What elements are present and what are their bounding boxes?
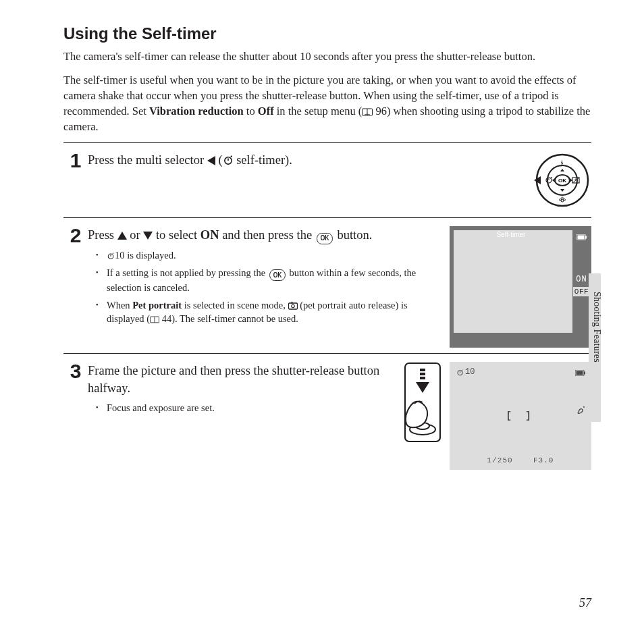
- ok-button-icon: OK: [269, 269, 286, 281]
- self-timer-icon: [107, 252, 115, 260]
- page-ref-number: 44: [162, 313, 172, 324]
- page-ref-number: 96: [375, 105, 387, 117]
- svg-rect-33: [420, 377, 425, 379]
- intro-text: to: [244, 105, 258, 117]
- note-text: ). The self-timer cannot be used.: [171, 313, 298, 324]
- step-2-note-1: 10 is displayed.: [107, 248, 444, 262]
- note-text: If a setting is not applied by pressing …: [107, 267, 268, 278]
- battery-icon: [576, 231, 587, 243]
- svg-rect-25: [291, 302, 293, 304]
- screen-fstop: F3.0: [533, 456, 554, 464]
- note-text: When: [107, 300, 132, 311]
- screen-title: Self-timer: [450, 231, 572, 238]
- intro-text: in the setup menu (: [274, 105, 363, 117]
- doodle-icon: [576, 405, 586, 417]
- intro-paragraph-2: The self-timer is useful when you want t…: [63, 72, 591, 134]
- step-2: 2 Press or to select ON and then press t…: [63, 217, 591, 353]
- page-title: Using the Self-timer: [63, 24, 591, 43]
- svg-marker-19: [552, 178, 555, 182]
- section-label: Shooting Features: [591, 292, 602, 363]
- instruction-text: (: [215, 153, 223, 167]
- step-3-instruction: Frame the picture and then press the shu…: [88, 362, 398, 397]
- svg-text:OK: OK: [558, 178, 566, 184]
- instruction-text: or: [127, 228, 144, 242]
- left-arrow-icon: [207, 156, 215, 165]
- svg-marker-17: [560, 169, 564, 171]
- instruction-text: Press the multi selector: [88, 153, 207, 167]
- step-3: 3 Frame the picture and then press the s…: [63, 353, 591, 475]
- step-2-note-3: When Pet portrait is selected in scene m…: [107, 298, 444, 325]
- svg-rect-31: [420, 369, 425, 371]
- svg-point-42: [583, 406, 585, 408]
- svg-rect-41: [576, 371, 583, 375]
- svg-rect-23: [288, 303, 297, 309]
- step-2-screen: Self-timer ON OFF: [450, 226, 591, 348]
- shutter-press-diagram: [404, 362, 441, 443]
- down-arrow-icon: [143, 232, 153, 240]
- svg-rect-32: [420, 373, 425, 375]
- screen-on-option: ON: [573, 275, 590, 284]
- step-number: 3: [63, 362, 88, 381]
- off-label: Off: [258, 105, 274, 117]
- step-2-instruction: Press or to select ON and then press the…: [88, 226, 444, 244]
- svg-rect-28: [585, 236, 587, 239]
- svg-point-22: [113, 252, 114, 254]
- page-ref-icon: [150, 316, 159, 323]
- step-number: 1: [63, 151, 88, 170]
- svg-rect-40: [584, 372, 585, 375]
- screen-off-option: OFF: [573, 287, 590, 296]
- step-3-note-1: Focus and exposure are set.: [107, 401, 398, 414]
- note-text: 10 is displayed.: [115, 250, 176, 261]
- step-number: 2: [63, 226, 88, 245]
- instruction-text: Press: [88, 228, 117, 242]
- instruction-text: to select: [153, 228, 200, 242]
- focus-brackets: [ ]: [506, 410, 535, 421]
- multi-selector-diagram: OK +-: [533, 151, 591, 212]
- on-label: ON: [200, 228, 219, 242]
- battery-icon: [575, 367, 586, 379]
- self-timer-icon: [223, 155, 234, 165]
- screen-timer-indicator: 10: [456, 367, 475, 377]
- vibration-reduction-label: Vibration reduction: [149, 105, 244, 117]
- svg-point-12: [551, 177, 552, 178]
- screen-timer-value: 10: [465, 367, 475, 377]
- step-2-note-2: If a setting is not applied by pressing …: [107, 266, 444, 295]
- instruction-text: button.: [334, 228, 373, 242]
- svg-point-38: [462, 369, 462, 370]
- note-text: is selected in scene mode,: [182, 300, 288, 311]
- step-1-instruction: Press the multi selector ( self-timer).: [88, 151, 528, 169]
- svg-marker-18: [560, 189, 564, 192]
- page-number: 57: [579, 596, 591, 610]
- step-1: 1 Press the multi selector ( self-timer)…: [63, 143, 591, 217]
- screen-exposure-readout: 1/250 F3.0: [487, 456, 554, 464]
- instruction-text: self-timer).: [234, 153, 292, 167]
- svg-point-24: [291, 304, 294, 307]
- intro-paragraph-1: The camera's self-timer can release the …: [63, 49, 591, 64]
- ok-button-icon: OK: [317, 233, 333, 244]
- instruction-text: and then press the: [219, 228, 315, 242]
- up-arrow-icon: [117, 232, 127, 240]
- screen-shutter-speed: 1/250: [487, 456, 513, 464]
- svg-rect-29: [578, 236, 585, 240]
- page-ref-icon: [362, 108, 373, 116]
- svg-point-2: [230, 156, 232, 157]
- pet-auto-release-icon: [288, 302, 298, 310]
- step-3-screen: 10 [ ] 1/250 F3.0: [450, 362, 591, 470]
- pet-portrait-label: Pet portrait: [132, 300, 182, 311]
